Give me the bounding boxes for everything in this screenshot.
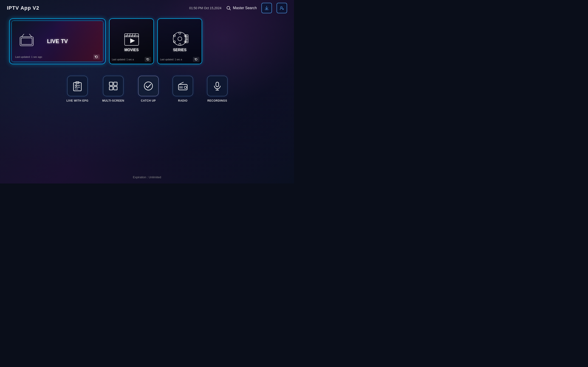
movies-card[interactable]: MOVIES Last updated: 1 sec a	[109, 18, 154, 64]
multi-screen-label: MULTI-SCREEN	[102, 99, 124, 102]
series-content: SERIES	[158, 19, 202, 64]
svg-point-42	[184, 86, 187, 89]
download-button[interactable]	[261, 3, 272, 13]
catch-up-label: CATCH UP	[141, 99, 156, 102]
svg-line-11	[132, 34, 132, 37]
svg-line-1	[229, 9, 231, 10]
recordings-label: RECORDINGS	[208, 99, 227, 102]
live-tv-card-inner: LIVE TV Last updated: 1 sec ago	[11, 21, 103, 62]
live-epg-item[interactable]: LIVE WITH EPG	[66, 76, 88, 102]
live-tv-card[interactable]: LIVE TV Last updated: 1 sec ago	[9, 18, 106, 64]
svg-rect-27	[73, 83, 81, 91]
catch-up-item[interactable]: CATCH UP	[138, 76, 159, 102]
account-icon	[279, 6, 284, 10]
series-card[interactable]: SERIES Last updated: 1 sec a	[157, 18, 202, 64]
download-icon	[264, 6, 269, 10]
datetime: 01:50 PM Oct 15,2024	[189, 6, 221, 10]
expiration-text: Expiration : Unlimited	[133, 175, 161, 179]
svg-line-38	[179, 82, 183, 84]
svg-point-0	[227, 6, 230, 9]
bottom-row: LIVE WITH EPG MULTI-SCREEN	[0, 67, 294, 107]
svg-line-4	[29, 34, 32, 37]
movies-content: MOVIES	[110, 19, 153, 64]
master-search-label: Master Search	[233, 6, 257, 10]
svg-point-36	[144, 82, 153, 90]
header: IPTV App V2 01:50 PM Oct 15,2024 Master …	[0, 0, 294, 16]
svg-rect-43	[216, 82, 219, 87]
svg-rect-33	[114, 82, 117, 85]
multi-screen-item[interactable]: MULTI-SCREEN	[102, 76, 124, 102]
svg-point-2	[281, 7, 282, 8]
header-right: 01:50 PM Oct 15,2024 Master Search	[189, 3, 287, 13]
recordings-icon	[212, 80, 223, 92]
catch-up-box	[138, 76, 159, 96]
svg-line-9	[127, 34, 128, 37]
multi-screen-box	[103, 76, 124, 96]
svg-rect-35	[114, 86, 117, 90]
live-epg-box	[67, 76, 88, 96]
live-epg-label: LIVE WITH EPG	[66, 99, 88, 102]
svg-rect-6	[21, 38, 32, 44]
live-tv-title: LIVE TV	[47, 38, 68, 44]
radio-label: RADIO	[178, 99, 187, 102]
svg-rect-32	[109, 82, 113, 85]
radio-box	[173, 76, 193, 96]
movies-title: MOVIES	[124, 48, 138, 52]
svg-point-15	[178, 37, 182, 41]
account-button[interactable]	[277, 3, 287, 13]
svg-line-10	[129, 34, 130, 37]
recordings-item[interactable]: RECORDINGS	[207, 76, 228, 102]
live-tv-footer: Last updated: 1 sec ago	[15, 54, 100, 59]
catchup-icon	[143, 80, 154, 92]
search-icon	[226, 6, 231, 10]
svg-point-16	[179, 32, 181, 34]
film-reel-icon	[171, 31, 189, 47]
radio-icon	[177, 80, 189, 92]
footer: Expiration : Unlimited	[0, 175, 294, 179]
live-tv-refresh-button[interactable]	[93, 54, 100, 59]
recordings-box	[207, 76, 228, 96]
svg-rect-34	[109, 86, 113, 90]
clapperboard-icon	[122, 31, 141, 47]
refresh-icon	[95, 55, 98, 59]
multiscreen-icon	[107, 80, 119, 92]
live-tv-update: Last updated: 1 sec ago	[15, 56, 42, 58]
radio-item[interactable]: RADIO	[173, 76, 193, 102]
main-cards-row: LIVE TV Last updated: 1 sec ago	[0, 16, 294, 67]
svg-marker-13	[130, 38, 135, 43]
app-title: IPTV App V2	[7, 5, 39, 11]
svg-line-12	[134, 34, 135, 37]
series-title: SERIES	[173, 48, 187, 52]
svg-point-17	[179, 43, 181, 45]
svg-line-3	[22, 34, 24, 37]
master-search-button[interactable]: Master Search	[226, 6, 257, 10]
epg-icon	[72, 80, 83, 92]
tv-icon	[17, 32, 36, 48]
